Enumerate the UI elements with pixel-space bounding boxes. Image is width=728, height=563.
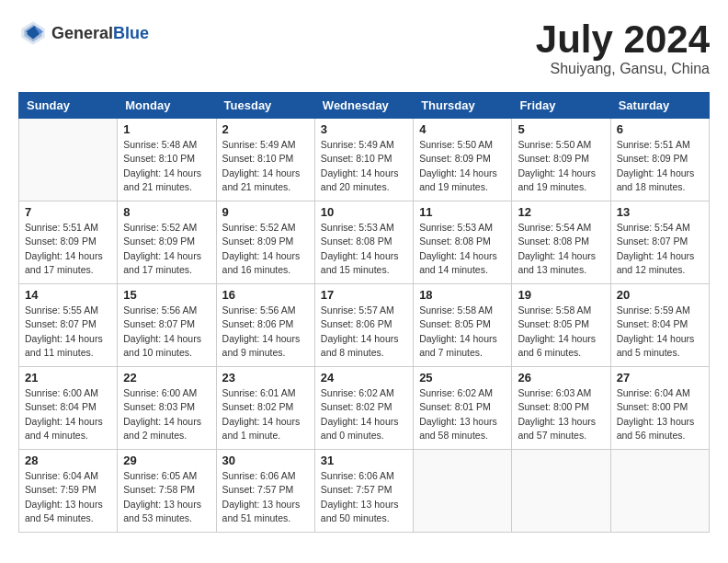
calendar-cell: 8Sunrise: 5:52 AM Sunset: 8:09 PM Daylig… xyxy=(118,201,216,284)
day-info: Sunrise: 6:04 AM Sunset: 7:59 PM Dayligh… xyxy=(25,469,111,525)
day-number: 12 xyxy=(518,205,604,219)
day-info: Sunrise: 6:02 AM Sunset: 8:01 PM Dayligh… xyxy=(419,386,506,442)
day-number: 17 xyxy=(321,288,407,302)
day-info: Sunrise: 5:51 AM Sunset: 8:09 PM Dayligh… xyxy=(617,138,703,194)
day-info: Sunrise: 5:49 AM Sunset: 8:10 PM Dayligh… xyxy=(222,138,309,194)
calendar-cell: 31Sunrise: 6:06 AM Sunset: 7:57 PM Dayli… xyxy=(314,450,413,533)
day-info: Sunrise: 6:04 AM Sunset: 8:00 PM Dayligh… xyxy=(617,386,703,442)
day-number: 18 xyxy=(419,288,506,302)
logo-blue-text: Blue xyxy=(113,24,149,43)
col-header-friday: Friday xyxy=(512,93,610,119)
day-number: 3 xyxy=(321,122,407,136)
location: Shuiyang, Gansu, China xyxy=(536,61,710,77)
day-number: 2 xyxy=(222,122,309,136)
calendar-cell: 16Sunrise: 5:56 AM Sunset: 8:06 PM Dayli… xyxy=(216,284,314,367)
day-number: 21 xyxy=(25,371,111,385)
day-number: 4 xyxy=(419,122,506,136)
day-info: Sunrise: 5:53 AM Sunset: 8:08 PM Dayligh… xyxy=(419,221,506,277)
day-number: 27 xyxy=(617,371,703,385)
day-info: Sunrise: 5:54 AM Sunset: 8:08 PM Dayligh… xyxy=(518,221,604,277)
day-number: 29 xyxy=(123,454,210,467)
calendar-cell: 29Sunrise: 6:05 AM Sunset: 7:58 PM Dayli… xyxy=(118,450,216,533)
day-number: 10 xyxy=(321,205,407,219)
calendar-week-2: 7Sunrise: 5:51 AM Sunset: 8:09 PM Daylig… xyxy=(19,201,710,284)
day-info: Sunrise: 6:00 AM Sunset: 8:04 PM Dayligh… xyxy=(25,386,111,442)
col-header-monday: Monday xyxy=(118,93,216,119)
day-number: 5 xyxy=(518,122,604,136)
day-info: Sunrise: 6:00 AM Sunset: 8:03 PM Dayligh… xyxy=(123,386,210,442)
day-info: Sunrise: 5:51 AM Sunset: 8:09 PM Dayligh… xyxy=(25,221,111,277)
day-info: Sunrise: 5:58 AM Sunset: 8:05 PM Dayligh… xyxy=(419,304,506,360)
day-info: Sunrise: 6:06 AM Sunset: 7:57 PM Dayligh… xyxy=(222,469,309,525)
calendar-cell: 14Sunrise: 5:55 AM Sunset: 8:07 PM Dayli… xyxy=(19,284,118,367)
day-info: Sunrise: 5:56 AM Sunset: 8:06 PM Dayligh… xyxy=(222,304,309,360)
calendar-cell: 22Sunrise: 6:00 AM Sunset: 8:03 PM Dayli… xyxy=(118,367,216,450)
calendar-cell: 15Sunrise: 5:56 AM Sunset: 8:07 PM Dayli… xyxy=(118,284,216,367)
logo-general-text: General xyxy=(51,24,113,43)
calendar-cell: 2Sunrise: 5:49 AM Sunset: 8:10 PM Daylig… xyxy=(216,119,314,201)
month-title: July 2024 xyxy=(536,18,710,61)
calendar-cell: 19Sunrise: 5:58 AM Sunset: 8:05 PM Dayli… xyxy=(512,284,610,367)
day-info: Sunrise: 5:54 AM Sunset: 8:07 PM Dayligh… xyxy=(617,221,703,277)
calendar-week-5: 28Sunrise: 6:04 AM Sunset: 7:59 PM Dayli… xyxy=(19,450,710,533)
day-number: 20 xyxy=(617,288,703,302)
col-header-thursday: Thursday xyxy=(414,93,512,119)
calendar-cell: 12Sunrise: 5:54 AM Sunset: 8:08 PM Dayli… xyxy=(512,201,610,284)
calendar-cell: 17Sunrise: 5:57 AM Sunset: 8:06 PM Dayli… xyxy=(314,284,413,367)
day-number: 7 xyxy=(25,205,111,219)
calendar-cell: 26Sunrise: 6:03 AM Sunset: 8:00 PM Dayli… xyxy=(512,367,610,450)
day-info: Sunrise: 6:01 AM Sunset: 8:02 PM Dayligh… xyxy=(222,386,309,442)
calendar-cell xyxy=(610,450,709,533)
day-number: 30 xyxy=(222,454,309,467)
day-info: Sunrise: 5:58 AM Sunset: 8:05 PM Dayligh… xyxy=(518,304,604,360)
calendar-cell: 28Sunrise: 6:04 AM Sunset: 7:59 PM Dayli… xyxy=(19,450,118,533)
calendar-cell: 1Sunrise: 5:48 AM Sunset: 8:10 PM Daylig… xyxy=(118,119,216,201)
day-number: 15 xyxy=(123,288,210,302)
day-info: Sunrise: 5:57 AM Sunset: 8:06 PM Dayligh… xyxy=(321,304,407,360)
calendar-header: SundayMondayTuesdayWednesdayThursdayFrid… xyxy=(19,93,710,119)
calendar-cell: 6Sunrise: 5:51 AM Sunset: 8:09 PM Daylig… xyxy=(610,119,709,201)
day-number: 16 xyxy=(222,288,309,302)
calendar-table: SundayMondayTuesdayWednesdayThursdayFrid… xyxy=(18,92,710,533)
day-info: Sunrise: 5:48 AM Sunset: 8:10 PM Dayligh… xyxy=(123,138,210,194)
day-number: 8 xyxy=(123,205,210,219)
day-number: 6 xyxy=(617,122,703,136)
calendar-cell: 24Sunrise: 6:02 AM Sunset: 8:02 PM Dayli… xyxy=(314,367,413,450)
day-number: 9 xyxy=(222,205,309,219)
day-info: Sunrise: 5:56 AM Sunset: 8:07 PM Dayligh… xyxy=(123,304,210,360)
calendar-cell xyxy=(414,450,512,533)
calendar-cell: 18Sunrise: 5:58 AM Sunset: 8:05 PM Dayli… xyxy=(414,284,512,367)
day-info: Sunrise: 6:05 AM Sunset: 7:58 PM Dayligh… xyxy=(123,469,210,525)
calendar-cell: 10Sunrise: 5:53 AM Sunset: 8:08 PM Dayli… xyxy=(314,201,413,284)
day-info: Sunrise: 6:03 AM Sunset: 8:00 PM Dayligh… xyxy=(518,386,604,442)
calendar-cell xyxy=(19,119,118,201)
day-number: 26 xyxy=(518,371,604,385)
day-info: Sunrise: 5:59 AM Sunset: 8:04 PM Dayligh… xyxy=(617,304,703,360)
day-number: 19 xyxy=(518,288,604,302)
day-number: 1 xyxy=(123,122,210,136)
day-number: 31 xyxy=(321,454,407,467)
col-header-tuesday: Tuesday xyxy=(216,93,314,119)
calendar-cell xyxy=(512,450,610,533)
col-header-wednesday: Wednesday xyxy=(314,93,413,119)
calendar-week-3: 14Sunrise: 5:55 AM Sunset: 8:07 PM Dayli… xyxy=(19,284,710,367)
logo: General Blue xyxy=(18,18,149,48)
title-area: July 2024 Shuiyang, Gansu, China xyxy=(536,18,710,77)
day-number: 13 xyxy=(617,205,703,219)
calendar-cell: 20Sunrise: 5:59 AM Sunset: 8:04 PM Dayli… xyxy=(610,284,709,367)
calendar-cell: 4Sunrise: 5:50 AM Sunset: 8:09 PM Daylig… xyxy=(414,119,512,201)
day-info: Sunrise: 5:52 AM Sunset: 8:09 PM Dayligh… xyxy=(123,221,210,277)
day-number: 24 xyxy=(321,371,407,385)
day-info: Sunrise: 6:02 AM Sunset: 8:02 PM Dayligh… xyxy=(321,386,407,442)
calendar-cell: 11Sunrise: 5:53 AM Sunset: 8:08 PM Dayli… xyxy=(414,201,512,284)
day-number: 28 xyxy=(25,454,111,467)
calendar-cell: 21Sunrise: 6:00 AM Sunset: 8:04 PM Dayli… xyxy=(19,367,118,450)
calendar-cell: 5Sunrise: 5:50 AM Sunset: 8:09 PM Daylig… xyxy=(512,119,610,201)
col-header-sunday: Sunday xyxy=(19,93,118,119)
day-info: Sunrise: 5:55 AM Sunset: 8:07 PM Dayligh… xyxy=(25,304,111,360)
day-number: 11 xyxy=(419,205,506,219)
col-header-saturday: Saturday xyxy=(610,93,709,119)
calendar-week-4: 21Sunrise: 6:00 AM Sunset: 8:04 PM Dayli… xyxy=(19,367,710,450)
calendar-cell: 30Sunrise: 6:06 AM Sunset: 7:57 PM Dayli… xyxy=(216,450,314,533)
calendar-cell: 13Sunrise: 5:54 AM Sunset: 8:07 PM Dayli… xyxy=(610,201,709,284)
